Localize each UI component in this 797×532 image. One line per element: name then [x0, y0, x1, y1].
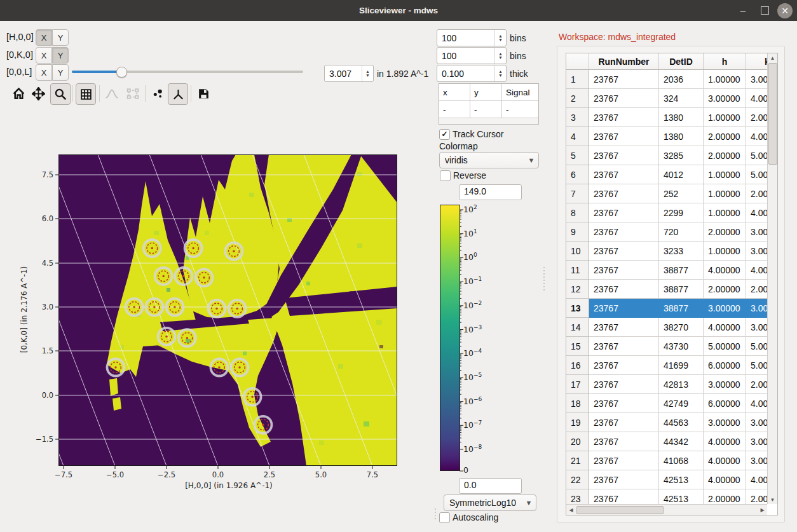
table-row[interactable]: 32376713801.000002.000: [566, 108, 767, 127]
table-row[interactable]: 1623767416996.000005.000: [566, 356, 767, 375]
window-title: Sliceviewer - mdws: [359, 6, 438, 15]
texture-speckle: [186, 339, 191, 343]
nonorthogonal-axes-button[interactable]: [168, 83, 188, 105]
scroll-up-icon[interactable]: ▲: [768, 53, 777, 62]
col-runnumber[interactable]: RunNumber: [589, 53, 659, 69]
pan-button[interactable]: [29, 83, 48, 104]
col-h[interactable]: h: [704, 53, 746, 69]
table-row[interactable]: 2237673243.000004.000: [566, 89, 767, 108]
row-number: 6: [566, 165, 589, 184]
save-button[interactable]: [194, 83, 213, 104]
table-row[interactable]: 1923767445633.000003.000: [566, 413, 767, 432]
horizontal-scrollbar[interactable]: ◀ ▶: [566, 504, 767, 515]
xbins-spinbox[interactable]: 100 ▲▼: [437, 29, 507, 46]
table-row[interactable]: 12376720361.000003.000: [566, 70, 767, 89]
title-bar[interactable]: Sliceviewer - mdws – ✕: [0, 0, 797, 21]
home-button[interactable]: [9, 83, 28, 104]
splitter-handle[interactable]: [435, 508, 436, 519]
table-row[interactable]: 42376713802.000004.000: [566, 127, 767, 146]
col-k[interactable]: k: [746, 53, 767, 69]
dim-h00-y-button[interactable]: Y: [52, 29, 69, 46]
colorbar[interactable]: [440, 205, 467, 475]
reverse-checkbox[interactable]: [440, 170, 451, 181]
spin-arrows-icon[interactable]: ▲▼: [494, 65, 506, 81]
table-row[interactable]: 1823767427496.000004.000: [566, 394, 767, 413]
table-row[interactable]: 1423767382704.000003.000: [566, 318, 767, 337]
peaks-table[interactable]: RunNumber DetID h k 12376720361.000003.0…: [566, 53, 778, 515]
home-icon: [12, 87, 25, 100]
autoscaling-checkbox[interactable]: [439, 512, 450, 523]
colorbar-tick-label: 102: [463, 204, 477, 214]
slice-slider[interactable]: [72, 66, 303, 78]
dim-0k0-x-button[interactable]: X: [36, 47, 52, 64]
ybins-spinbox[interactable]: 100 ▲▼: [437, 47, 507, 64]
dim-00l-x-button[interactable]: X: [36, 64, 52, 81]
h-cell: 1.00000: [704, 70, 746, 89]
table-row[interactable]: 2323767425132.000002.000: [566, 489, 767, 504]
thickness-spinbox[interactable]: 0.100 ▲▼: [437, 65, 507, 82]
h-cell: 1.00000: [704, 242, 746, 261]
table-row[interactable]: 2223767425134.000004.000: [566, 470, 767, 489]
table-row[interactable]: 2123767410684.000003.000: [566, 451, 767, 470]
normalization-combobox[interactable]: SymmetricLog10 ▼: [444, 494, 536, 511]
grid-button[interactable]: [76, 83, 96, 105]
table-row[interactable]: 62376740121.000005.000: [566, 165, 767, 184]
table-row[interactable]: 1323767388773.000003.000: [566, 299, 767, 318]
vertical-scrollbar[interactable]: ▲ ▼: [767, 53, 777, 504]
k-cell: 3.000: [746, 432, 767, 451]
peaks-table-body: 12376720361.000003.0002237673243.000004.…: [566, 70, 767, 504]
row-number: 17: [566, 375, 589, 394]
region-select-button[interactable]: [123, 83, 142, 104]
hscroll-thumb[interactable]: [576, 506, 664, 514]
dim-h00-x-button[interactable]: X: [36, 29, 52, 46]
table-row[interactable]: 52376732852.000005.000: [566, 146, 767, 165]
spin-arrows-icon[interactable]: ▲▼: [494, 30, 506, 46]
scroll-left-icon[interactable]: ◀: [566, 505, 576, 514]
col-detid[interactable]: DetID: [659, 53, 704, 69]
table-row[interactable]: 9237677202.000003.000: [566, 222, 767, 242]
dim-label-h00: [H,0,0]: [6, 32, 34, 42]
close-button[interactable]: ✕: [775, 0, 794, 21]
table-row[interactable]: 1223767388772.000002.000: [566, 280, 767, 299]
line-plots-button[interactable]: [102, 83, 121, 104]
zoom-button[interactable]: [50, 83, 71, 105]
dim-00l-y-button[interactable]: Y: [52, 64, 69, 81]
table-row[interactable]: 1123767388774.000004.000: [566, 261, 767, 280]
colormap-combobox[interactable]: viridis ▼: [439, 152, 539, 168]
h-cell: 4.00000: [704, 451, 746, 470]
row-number: 7: [566, 184, 589, 203]
table-row[interactable]: 1523767437305.000005.000: [566, 337, 767, 356]
table-row[interactable]: 82376722991.000004.000: [566, 203, 767, 222]
detid-cell: 38877: [659, 280, 704, 299]
slider-handle[interactable]: [116, 67, 127, 78]
splitter-handle[interactable]: [543, 267, 545, 290]
table-row[interactable]: 2023767443424.000003.000: [566, 432, 767, 451]
cursor-info-table: x y Signal - - -: [439, 83, 539, 125]
slice-plot[interactable]: [58, 154, 397, 466]
track-cursor-checkbox[interactable]: ✓: [439, 129, 450, 140]
detector-coverage-region: [112, 397, 121, 411]
table-row[interactable]: 7237672521.000002.000: [566, 184, 767, 203]
thickness-value: 0.100: [437, 69, 494, 79]
colorbar-tick-label: 0: [463, 465, 468, 475]
vscroll-thumb[interactable]: [768, 63, 777, 165]
h-cell: 1.00000: [704, 184, 746, 203]
peaks-table-header[interactable]: RunNumber DetID h k: [566, 53, 767, 70]
spin-arrows-icon[interactable]: ▲▼: [362, 65, 373, 81]
detid-cell: 41699: [659, 356, 704, 375]
slice-value-spinbox[interactable]: 3.007 ▲▼: [324, 65, 374, 82]
chevron-down-icon: ▼: [524, 156, 538, 164]
maximize-button[interactable]: [755, 0, 774, 21]
table-row[interactable]: 1723767428133.000002.000: [566, 375, 767, 394]
runnumber-cell: 23767: [589, 165, 659, 184]
table-row[interactable]: 102376732331.000003.000: [566, 242, 767, 261]
peaks-overlay-button[interactable]: [148, 83, 167, 104]
dim-0k0-y-button[interactable]: Y: [52, 47, 69, 64]
spin-arrows-icon[interactable]: ▲▼: [494, 48, 506, 64]
scroll-down-icon[interactable]: ▼: [768, 495, 777, 504]
clim-max-input[interactable]: 149.0: [459, 184, 522, 200]
colorbar-tick-label: 10−3: [463, 324, 482, 334]
minimize-button[interactable]: –: [733, 0, 753, 21]
clim-min-input[interactable]: 0.0: [459, 478, 522, 494]
scroll-right-icon[interactable]: ▶: [758, 505, 767, 514]
